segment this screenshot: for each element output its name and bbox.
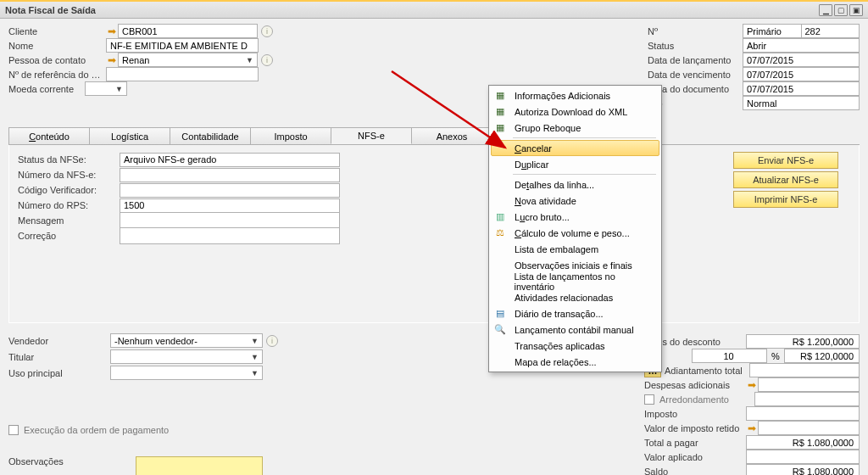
tab-anexos[interactable]: Anexos (411, 127, 492, 144)
exec-ordem-checkbox[interactable] (8, 425, 19, 435)
moeda-select[interactable]: ▼ (85, 81, 127, 96)
menu-grupo-reboque[interactable]: ▦Grupo Reboque (491, 120, 659, 136)
tab-body-nfse: Status da NFSe:Arquivo NFS-e gerado Núme… (8, 145, 860, 323)
nfse-corr-label: Correção (18, 231, 120, 241)
nfse-msg-input[interactable] (120, 212, 340, 229)
vendedor-label: Vendedor (8, 336, 110, 346)
grid-icon: ▦ (492, 89, 508, 103)
antes-desc-value: R$ 1.200,0000 (746, 334, 860, 349)
tab-strip: Conteúdo Logística Contabilidade Imposto… (8, 127, 860, 145)
nfse-status-input[interactable]: Arquivo NFS-e gerado (120, 153, 340, 167)
arred-label: Arredondamento (659, 394, 754, 405)
saldo-value: R$ 1.080,0000 (746, 464, 860, 475)
total-value: R$ 1.080,0000 (746, 435, 860, 450)
link-arrow-icon[interactable]: ➡ (108, 54, 116, 66)
menu-lancamento-manual[interactable]: 🔍Lançamento contábil manual (491, 321, 659, 338)
search-icon: 🔍 (492, 323, 508, 337)
nfse-num-label: Número da NFS-e: (18, 170, 120, 180)
menu-lista-embalagem[interactable]: Lista de embalagem (491, 241, 659, 257)
grid-icon: ▦ (492, 105, 508, 119)
link-arrow-icon[interactable]: ➡ (108, 25, 116, 37)
saldo-label: Saldo (644, 467, 746, 476)
observacoes-textarea[interactable] (136, 456, 263, 475)
minimize-button[interactable]: ▁ (819, 4, 832, 16)
link-arrow-icon[interactable]: ➡ (748, 422, 756, 434)
contato-label: Pessoa de contato (8, 55, 106, 65)
info-icon[interactable]: i (261, 54, 273, 66)
nfse-status-label: Status da NFSe: (18, 154, 120, 165)
status-label: Status (648, 41, 743, 51)
data-documento-input[interactable]: 07/07/2015 (743, 81, 860, 96)
info-icon[interactable]: i (266, 335, 278, 347)
atualizar-nfse-button[interactable]: Atualizar NFS-e (733, 171, 838, 188)
info-icon[interactable]: i (261, 25, 273, 37)
nome-label: Nome (8, 41, 106, 51)
arred-checkbox[interactable] (644, 394, 654, 405)
chart-icon: ▥ (492, 210, 508, 224)
nfse-corr-input[interactable] (120, 227, 340, 244)
menu-separator (513, 137, 656, 138)
window-title: Nota Fiscal de Saída (5, 5, 96, 15)
close-button[interactable]: ▣ (849, 4, 863, 16)
status-input[interactable]: Abrir (743, 38, 860, 53)
valor-aplicado-value (746, 450, 860, 464)
chevron-down-icon: ▼ (251, 353, 259, 361)
nome-input[interactable]: NF-E EMITIDA EM AMBIENTE D (106, 38, 259, 53)
data-lancamento-input[interactable]: 07/07/2015 (743, 53, 860, 67)
desconto-pct-input[interactable]: 10 (692, 349, 767, 363)
menu-autoriza-xml[interactable]: ▦Autoriza Download do XML (491, 103, 659, 120)
contato-select[interactable]: Renan▼ (118, 53, 258, 67)
menu-transacoes-aplicadas[interactable]: Transações aplicadas (491, 338, 659, 354)
menu-separator (513, 174, 656, 175)
menu-info-adicionais[interactable]: ▦Informações Adicionais (491, 87, 659, 103)
nfse-rps-input[interactable]: 1500 (120, 198, 340, 213)
menu-atividades-rel[interactable]: Atividades relacionadas (491, 289, 659, 305)
menu-cancelar[interactable]: Cancelar (491, 140, 659, 156)
arred-value (754, 392, 860, 406)
cliente-input[interactable]: CBR001 (118, 24, 258, 38)
ref-input[interactable] (106, 67, 259, 81)
nfse-codver-input[interactable] (120, 183, 340, 198)
cao-input[interactable]: Normal (743, 96, 860, 110)
numero-tipo-select[interactable]: Primário (743, 24, 802, 38)
nfse-num-input[interactable] (120, 168, 340, 182)
enviar-nfse-button[interactable]: Enviar NFS-e (733, 152, 838, 169)
vret-value[interactable] (758, 421, 860, 435)
maximize-button[interactable]: ▢ (834, 4, 848, 16)
numero-input[interactable]: 282 (801, 24, 860, 38)
menu-duplicar[interactable]: Duplicar (491, 156, 659, 172)
tab-contabilidade[interactable]: Contabilidade (170, 127, 251, 144)
tab-conteudo[interactable]: Conteúdo (8, 127, 90, 144)
desconto-value: R$ 120,0000 (784, 349, 860, 363)
imprimir-nfse-button[interactable]: Imprimir NFS-e (733, 191, 838, 208)
desp-value[interactable] (758, 377, 860, 392)
menu-lucro-bruto[interactable]: ▥Lucro bruto... (491, 209, 659, 225)
imposto-value (746, 406, 860, 421)
tab-logistica[interactable]: Logística (89, 127, 170, 144)
uso-select[interactable]: ▼ (110, 366, 263, 380)
grid-icon: ▦ (492, 121, 508, 135)
menu-detalhes-linha[interactable]: Detalhes da linha... (491, 176, 659, 193)
moeda-label: Moeda corrente (8, 84, 85, 94)
titular-select[interactable]: ▼ (110, 349, 263, 364)
tab-nfse[interactable]: NFS-e (331, 127, 412, 144)
adiant-value[interactable] (749, 363, 860, 377)
tab-imposto[interactable]: Imposto (250, 127, 331, 144)
pct-sign: % (769, 351, 782, 361)
imposto-label: Imposto (644, 409, 746, 419)
menu-mapa-relacoes[interactable]: Mapa de relações... (491, 354, 659, 370)
cliente-label: Cliente (8, 26, 106, 36)
menu-diario-transacao[interactable]: ▤Diário de transação... (491, 305, 659, 321)
uso-label: Uso principal (8, 368, 110, 378)
data-vencimento-input[interactable]: 07/07/2015 (743, 67, 860, 81)
vendedor-select[interactable]: -Nenhum vendedor-▼ (110, 333, 263, 348)
menu-nova-atividade[interactable]: Nova atividade (491, 193, 659, 209)
observacoes-label: Observações (8, 456, 136, 475)
titlebar: Nota Fiscal de Saída ▁ ▢ ▣ (0, 2, 868, 19)
titular-label: Titular (8, 352, 110, 362)
menu-calculo-volume[interactable]: ⚖Cálculo de volume e peso... (491, 225, 659, 241)
nfse-rps-label: Número do RPS: (18, 200, 120, 210)
total-label: Total a pagar (644, 438, 746, 448)
link-arrow-icon[interactable]: ➡ (748, 379, 756, 391)
menu-lista-inventario[interactable]: Lista de lançamentos no inventário (491, 273, 659, 289)
